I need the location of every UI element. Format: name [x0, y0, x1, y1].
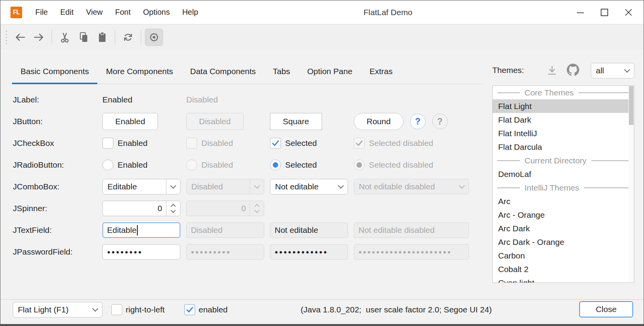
- menu-file[interactable]: File: [29, 0, 54, 24]
- theme-filter-combobox[interactable]: all: [591, 63, 634, 78]
- menu-help[interactable]: Help: [176, 0, 204, 24]
- scrollbar-thumb[interactable]: [629, 86, 634, 125]
- radio-selected-icon: [270, 160, 281, 170]
- theme-item-carbon[interactable]: Carbon: [493, 249, 634, 262]
- radio-selected[interactable]: Selected: [270, 160, 348, 170]
- menu-options[interactable]: Options: [137, 0, 176, 24]
- passwordfield-disabled: ●●●●●●●●●: [186, 244, 264, 260]
- toolbar-separator: [141, 30, 141, 45]
- chevron-down-icon: [88, 302, 102, 317]
- enabled-button[interactable]: Enabled: [102, 113, 158, 130]
- chevron-down-icon[interactable]: [166, 179, 180, 194]
- radio-label: Enabled: [118, 160, 147, 170]
- tab-tabs[interactable]: Tabs: [264, 59, 298, 84]
- download-themes-button[interactable]: [545, 64, 559, 78]
- tab-option-pane[interactable]: Option Pane: [299, 59, 361, 84]
- right-to-left-checkbox[interactable]: right-to-left: [111, 302, 164, 317]
- menu-view[interactable]: View: [80, 0, 109, 24]
- theme-item-cobalt-2[interactable]: Cobalt 2: [493, 262, 634, 276]
- forward-button[interactable]: [29, 28, 48, 46]
- theme-item-arc-dark-orange[interactable]: Arc Dark - Orange: [493, 235, 634, 249]
- combobox-value: Editable: [107, 182, 137, 191]
- passwordfield-not-editable[interactable]: ●●●●●●●●●●●●: [270, 244, 348, 260]
- radio-label: Selected: [285, 160, 317, 170]
- combobox-disabled: Disabled: [186, 179, 264, 194]
- spinner-disabled: 0: [186, 201, 264, 216]
- checkbox-label: Selected: [285, 139, 317, 148]
- radio-enabled[interactable]: Enabled: [102, 160, 180, 170]
- basic-components-panel: JLabel: Enabled Disabled JButton: Enable…: [13, 89, 469, 263]
- minimize-button[interactable]: [568, 0, 592, 24]
- eye-toggle-button[interactable]: [145, 28, 163, 46]
- text-caret: [137, 225, 138, 236]
- combobox-editable[interactable]: Editable: [102, 179, 180, 194]
- theme-item-arc-dark[interactable]: Arc Dark: [493, 222, 634, 235]
- maximize-button[interactable]: [592, 0, 616, 24]
- menu-font[interactable]: Font: [109, 0, 137, 24]
- cut-button[interactable]: [55, 28, 74, 46]
- spinner-enabled[interactable]: 0: [102, 201, 180, 216]
- spinner-value: 0: [187, 204, 250, 213]
- tab-data-components[interactable]: Data Components: [182, 59, 264, 84]
- checkbox-selected[interactable]: Selected: [270, 138, 348, 149]
- tab-more-components[interactable]: More Components: [97, 59, 182, 84]
- refresh-icon: [122, 31, 134, 43]
- theme-item-demolaf[interactable]: DemoLaf: [493, 167, 634, 181]
- refresh-button[interactable]: [119, 28, 137, 46]
- theme-item-flat-darcula[interactable]: Flat Darcula: [493, 140, 634, 154]
- checkbox-enabled[interactable]: Enabled: [102, 138, 180, 149]
- help-button[interactable]: ?: [410, 114, 426, 129]
- close-window-button[interactable]: [616, 0, 641, 24]
- theme-item-arc[interactable]: Arc: [493, 194, 634, 208]
- theme-item-flat-light[interactable]: Flat Light: [493, 99, 634, 113]
- theme-group-separator: IntelliJ Themes: [493, 181, 634, 194]
- checkbox-label: right-to-left: [126, 305, 164, 314]
- jlabel-row-label: JLabel:: [13, 95, 97, 104]
- textfield-not-editable[interactable]: Not editable: [270, 222, 348, 238]
- textfield-editable[interactable]: Editable: [102, 222, 180, 238]
- textfield-value: Not editable disabled: [358, 225, 435, 235]
- toolbar-separator: [52, 30, 52, 45]
- maximize-icon: [601, 9, 608, 16]
- paste-button[interactable]: [93, 28, 111, 46]
- laf-combobox[interactable]: Flat Light (F1): [13, 302, 102, 317]
- password-dots: ●●●●●●●●●: [191, 249, 231, 255]
- copy-button[interactable]: [74, 28, 93, 46]
- chevron-down-icon[interactable]: [334, 179, 348, 194]
- spinner-buttons[interactable]: [166, 201, 180, 216]
- checkbox-checked-icon: [184, 304, 195, 315]
- radio-label: Selected disabled: [369, 160, 433, 170]
- tab-extras[interactable]: Extras: [361, 59, 401, 84]
- toolbar-grip[interactable]: [6, 31, 7, 44]
- theme-item-flat-dark[interactable]: Flat Dark: [493, 113, 634, 127]
- github-icon: [567, 64, 579, 76]
- passwordfield-enabled[interactable]: ●●●●●●●●: [102, 244, 180, 260]
- textfield-value: Editable: [107, 225, 137, 235]
- help-button-disabled: ?: [432, 114, 448, 129]
- spinner-value[interactable]: 0: [103, 204, 166, 213]
- combobox-not-editable[interactable]: Not editable: [270, 179, 348, 194]
- theme-item-arc-orange[interactable]: Arc - Orange: [493, 208, 634, 222]
- theme-group-separator: Current Directory: [493, 154, 634, 167]
- theme-item-cyan-light[interactable]: Cyan light: [493, 276, 634, 283]
- radio-selected-disabled: Selected disabled: [354, 160, 469, 170]
- theme-item-flat-intellij[interactable]: Flat IntelliJ: [493, 127, 634, 140]
- tab-basic-components[interactable]: Basic Components: [12, 59, 97, 84]
- app-window: FL File Edit View Font Options Help Flat…: [0, 0, 644, 326]
- checkbox-label: Selected disabled: [369, 139, 433, 148]
- theme-list-scrollbar[interactable]: [628, 86, 634, 283]
- back-button[interactable]: [11, 28, 29, 46]
- round-button[interactable]: Round: [354, 113, 403, 130]
- enabled-checkbox[interactable]: enabled: [184, 302, 228, 317]
- close-button[interactable]: Close: [579, 301, 633, 317]
- menu-edit[interactable]: Edit: [54, 0, 80, 24]
- github-button[interactable]: [566, 63, 580, 77]
- forward-arrow-icon: [33, 31, 45, 43]
- themes-label: Themes:: [492, 66, 524, 75]
- radio-label: Disabled: [201, 160, 233, 170]
- square-button[interactable]: Square: [270, 113, 322, 130]
- theme-list[interactable]: Core Themes Flat Light Flat Dark Flat In…: [492, 85, 634, 283]
- passwordfield-not-editable-disabled: ●●●●●●●●●●●●●●●●●●●●●: [354, 244, 469, 260]
- chevron-down-icon[interactable]: [171, 208, 176, 213]
- checkbox-disabled: Disabled: [186, 138, 264, 149]
